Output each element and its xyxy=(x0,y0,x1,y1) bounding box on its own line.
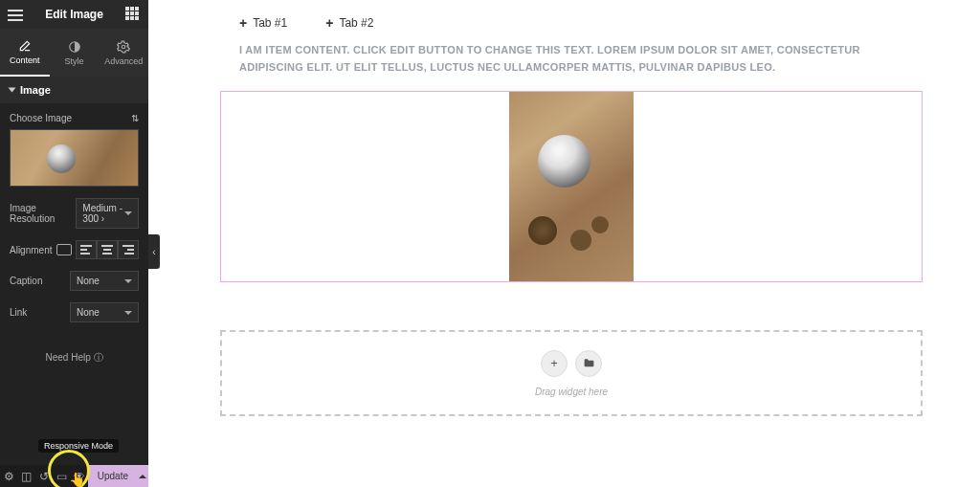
svg-rect-2 xyxy=(80,245,92,247)
image-resolution-value: Medium - 300 › xyxy=(82,203,124,224)
align-right-button[interactable] xyxy=(118,240,139,259)
page-tab-1[interactable]: +Tab #1 xyxy=(239,15,287,31)
alignment-buttons xyxy=(76,240,139,259)
widgets-grid-icon[interactable] xyxy=(125,7,141,22)
svg-rect-4 xyxy=(80,253,90,255)
choose-image-label: Choose Image xyxy=(10,113,72,123)
svg-rect-10 xyxy=(124,253,134,255)
svg-rect-7 xyxy=(102,253,112,255)
align-left-icon xyxy=(80,245,92,255)
sidebar-header: Edit Image xyxy=(0,0,148,29)
svg-rect-3 xyxy=(80,249,87,251)
page-tabs: +Tab #1 +Tab #2 xyxy=(163,0,980,42)
drop-zone[interactable]: + Drag widget here xyxy=(220,330,923,416)
menu-icon[interactable] xyxy=(8,7,23,22)
gear-icon xyxy=(117,40,130,54)
panel-collapse-button[interactable]: ‹ xyxy=(148,234,160,269)
choose-image-label-row: Choose Image ⇅ xyxy=(10,113,139,123)
panel-tabs: Content Style Advanced xyxy=(0,29,148,77)
placed-image[interactable] xyxy=(509,92,634,281)
tab-style-label: Style xyxy=(65,56,84,66)
settings-icon[interactable]: ⚙ xyxy=(0,470,17,483)
align-center-button[interactable] xyxy=(97,240,118,259)
link-select[interactable]: None xyxy=(70,302,139,322)
link-label: Link xyxy=(10,307,27,318)
editor-sidebar: Edit Image Content Style Advanced Image … xyxy=(0,0,148,487)
sidebar-footer: ⚙ ◫ ↺ ▭ 👁 Update xyxy=(0,465,148,487)
navigator-icon[interactable]: ◫ xyxy=(17,470,34,483)
tab-advanced[interactable]: Advanced xyxy=(99,29,148,77)
caption-label: Caption xyxy=(10,276,42,286)
plus-icon: + xyxy=(325,15,333,31)
desktop-icon[interactable] xyxy=(56,244,72,255)
link-value: None xyxy=(77,307,100,318)
section-image-header[interactable]: Image xyxy=(0,77,148,103)
update-options-button[interactable] xyxy=(138,465,148,487)
folder-icon xyxy=(583,357,595,369)
svg-rect-8 xyxy=(122,245,134,247)
page-tab-1-label: Tab #1 xyxy=(253,16,287,30)
add-section-button[interactable]: + xyxy=(541,350,568,377)
align-right-icon xyxy=(122,245,134,255)
caption-value: None xyxy=(77,276,100,286)
chevron-down-icon xyxy=(124,279,132,283)
canvas-area: +Tab #1 +Tab #2 I AM ITEM CONTENT. CLICK… xyxy=(163,0,980,487)
plus-icon: + xyxy=(239,15,247,31)
item-content-text[interactable]: I AM ITEM CONTENT. CLICK EDIT BUTTON TO … xyxy=(163,42,980,76)
image-panel: Choose Image ⇅ Image Resolution Medium -… xyxy=(0,103,148,374)
update-button[interactable]: Update xyxy=(88,465,138,487)
caption-select[interactable]: None xyxy=(70,271,139,291)
image-thumbnail[interactable] xyxy=(10,129,139,187)
drop-zone-label: Drag widget here xyxy=(535,387,608,397)
preview-icon[interactable]: 👁 xyxy=(70,470,87,483)
responsive-tooltip: Responsive Mode xyxy=(38,439,119,453)
drop-zone-buttons: + xyxy=(541,350,602,377)
page-tab-2[interactable]: +Tab #2 xyxy=(325,15,373,31)
image-resolution-label: Image Resolution xyxy=(10,203,76,224)
history-icon[interactable]: ↺ xyxy=(35,470,53,483)
svg-rect-5 xyxy=(101,245,113,247)
link-row: Link None xyxy=(10,302,139,322)
tab-style[interactable]: Style xyxy=(50,29,100,77)
align-left-button[interactable] xyxy=(76,240,97,259)
image-resolution-row: Image Resolution Medium - 300 › xyxy=(10,198,139,229)
pencil-icon xyxy=(18,39,32,53)
svg-point-1 xyxy=(122,45,125,49)
chevron-down-icon xyxy=(124,311,132,315)
image-resolution-select[interactable]: Medium - 300 › xyxy=(76,198,139,229)
tab-advanced-label: Advanced xyxy=(104,56,143,66)
tab-content[interactable]: Content xyxy=(0,29,50,77)
svg-rect-9 xyxy=(127,249,134,251)
responsive-icon[interactable]: ▭ xyxy=(53,470,70,483)
section-image-label: Image xyxy=(20,84,51,96)
add-template-button[interactable] xyxy=(575,350,602,377)
contrast-icon xyxy=(68,40,81,54)
align-center-icon xyxy=(101,245,113,255)
sidebar-title: Edit Image xyxy=(23,8,125,21)
tab-content-label: Content xyxy=(10,55,40,65)
image-widget-frame[interactable] xyxy=(220,91,923,282)
need-help-link[interactable]: Need Help xyxy=(10,351,139,365)
dynamic-tags-icon[interactable]: ⇅ xyxy=(131,113,139,123)
alignment-label: Alignment xyxy=(10,245,52,255)
caption-row: Caption None xyxy=(10,271,139,291)
page-tab-2-label: Tab #2 xyxy=(339,16,373,30)
chevron-down-icon xyxy=(124,211,132,215)
svg-rect-6 xyxy=(103,249,111,251)
alignment-row: Alignment xyxy=(10,240,139,259)
chevron-up-icon xyxy=(139,475,146,478)
